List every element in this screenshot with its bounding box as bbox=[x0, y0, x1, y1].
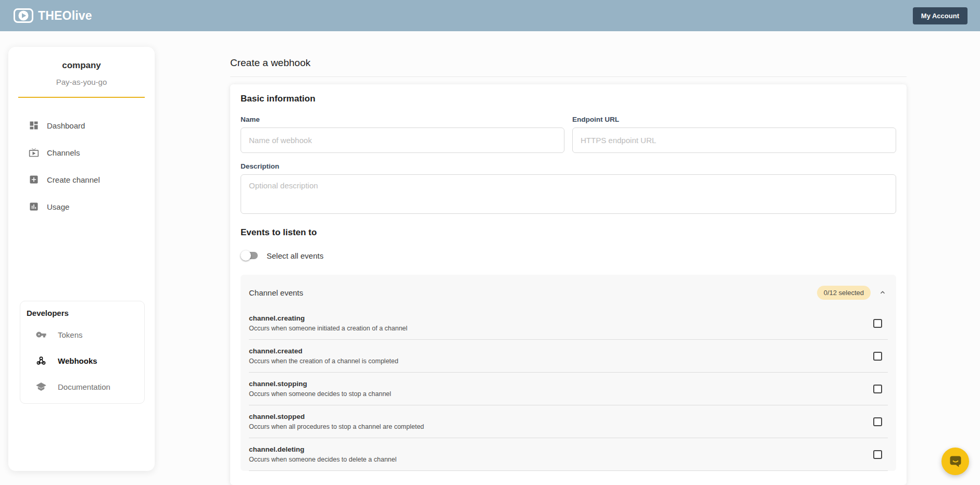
sidebar-nav: Dashboard Channels Create channel Usage bbox=[8, 112, 155, 220]
description-textarea[interactable] bbox=[241, 174, 896, 214]
event-description: Occurs when someone decides to delete a … bbox=[249, 456, 397, 464]
event-rows: channel.creating Occurs when someone ini… bbox=[249, 307, 888, 471]
chat-bubble-icon bbox=[948, 454, 963, 469]
sidebar: company Pay-as-you-go Dashboard Channels… bbox=[8, 47, 155, 471]
sidebar-item-usage[interactable]: Usage bbox=[8, 193, 155, 220]
sidebar-item-documentation[interactable]: Documentation bbox=[27, 374, 138, 400]
sidebar-item-label: Tokens bbox=[58, 330, 83, 339]
sidebar-item-tokens[interactable]: Tokens bbox=[27, 322, 138, 348]
developers-section: Developers Tokens Webhooks bbox=[20, 301, 145, 404]
event-checkbox[interactable] bbox=[873, 352, 882, 361]
sidebar-item-dashboard[interactable]: Dashboard bbox=[8, 112, 155, 139]
title-divider bbox=[230, 76, 907, 77]
name-label: Name bbox=[241, 116, 564, 124]
brand-logo: THEOlive bbox=[14, 8, 92, 23]
event-row-channel-creating: channel.creating Occurs when someone ini… bbox=[249, 307, 888, 340]
brand-name: THEOlive bbox=[38, 9, 92, 23]
event-checkbox[interactable] bbox=[873, 417, 882, 426]
documentation-school-icon bbox=[36, 381, 46, 392]
webhook-name-input[interactable] bbox=[241, 127, 564, 153]
main-content: Create a webhook Basic information Name … bbox=[230, 57, 907, 485]
sidebar-item-webhooks[interactable]: Webhooks bbox=[27, 348, 138, 374]
channel-events-panel: Channel events 0/12 selected channel.cre… bbox=[241, 275, 896, 471]
top-header: THEOlive My Account bbox=[0, 0, 980, 31]
sidebar-item-label: Dashboard bbox=[47, 121, 85, 130]
gold-divider bbox=[18, 97, 145, 98]
event-description: Occurs when all procedures to stop a cha… bbox=[249, 423, 424, 431]
play-logo-icon bbox=[14, 8, 33, 23]
sidebar-item-label: Channels bbox=[47, 148, 80, 157]
select-all-events-label: Select all events bbox=[267, 251, 323, 260]
tokens-key-icon bbox=[36, 329, 46, 340]
usage-chart-icon bbox=[29, 201, 39, 212]
event-row-channel-deleting: channel.deleting Occurs when someone dec… bbox=[249, 438, 888, 471]
event-checkbox[interactable] bbox=[873, 450, 882, 459]
chat-widget-button[interactable] bbox=[941, 448, 969, 475]
description-label: Description bbox=[241, 162, 896, 171]
developers-title: Developers bbox=[27, 309, 138, 317]
event-name: channel.stopped bbox=[249, 412, 424, 421]
chevron-up-icon bbox=[878, 288, 887, 297]
sidebar-item-create-channel[interactable]: Create channel bbox=[8, 166, 155, 193]
endpoint-url-label: Endpoint URL bbox=[572, 116, 896, 124]
event-description: Occurs when someone decides to stop a ch… bbox=[249, 390, 391, 398]
event-checkbox[interactable] bbox=[873, 319, 882, 328]
my-account-button[interactable]: My Account bbox=[913, 7, 968, 24]
collapse-section-button[interactable] bbox=[877, 287, 888, 298]
channels-tv-icon bbox=[29, 147, 39, 158]
channel-events-header: Channel events 0/12 selected bbox=[249, 285, 888, 300]
sidebar-item-label: Documentation bbox=[58, 382, 110, 391]
event-name: channel.stopping bbox=[249, 379, 391, 388]
plan-label: Pay-as-you-go bbox=[8, 78, 155, 86]
basic-information-title: Basic information bbox=[241, 94, 896, 104]
company-name: company bbox=[8, 60, 155, 71]
event-checkbox[interactable] bbox=[873, 385, 882, 393]
channel-events-title: Channel events bbox=[249, 288, 303, 297]
sidebar-item-label: Create channel bbox=[47, 175, 100, 184]
event-row-channel-stopping: channel.stopping Occurs when someone dec… bbox=[249, 373, 888, 405]
select-all-events-toggle[interactable] bbox=[241, 250, 258, 261]
webhooks-icon bbox=[36, 355, 46, 366]
sidebar-item-label: Webhooks bbox=[58, 356, 97, 365]
event-name: channel.created bbox=[249, 347, 398, 355]
create-channel-plus-icon bbox=[29, 174, 39, 185]
dashboard-icon bbox=[29, 120, 39, 131]
event-description: Occurs when someone initiated a creation… bbox=[249, 325, 407, 333]
event-row-channel-stopped: channel.stopped Occurs when all procedur… bbox=[249, 405, 888, 438]
event-name: channel.deleting bbox=[249, 445, 397, 454]
page-title: Create a webhook bbox=[230, 57, 907, 69]
events-section-title: Events to listen to bbox=[241, 227, 896, 238]
sidebar-item-label: Usage bbox=[47, 202, 69, 211]
event-row-channel-created: channel.created Occurs when the creation… bbox=[249, 340, 888, 373]
toggle-knob bbox=[241, 250, 251, 261]
endpoint-url-input[interactable] bbox=[572, 127, 896, 153]
event-description: Occurs when the creation of a channel is… bbox=[249, 358, 398, 365]
selected-count-badge: 0/12 selected bbox=[817, 286, 871, 300]
sidebar-item-channels[interactable]: Channels bbox=[8, 139, 155, 166]
event-name: channel.creating bbox=[249, 314, 407, 323]
webhook-form-card: Basic information Name Endpoint URL Desc… bbox=[230, 84, 907, 485]
